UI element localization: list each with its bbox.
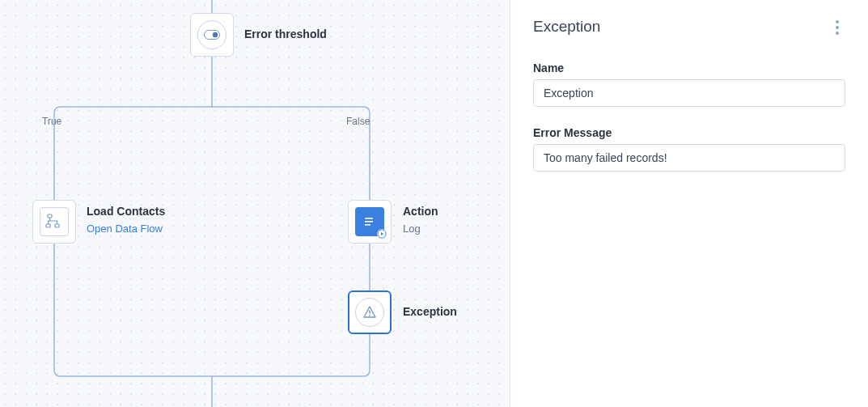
svg-rect-4 — [55, 224, 59, 227]
node-label-action: Action — [403, 205, 438, 218]
svg-rect-6 — [365, 221, 373, 223]
svg-rect-5 — [365, 218, 373, 219]
error-message-field-label: Error Message — [533, 126, 845, 139]
flow-canvas[interactable]: Error threshold True False Load Contacts… — [0, 0, 510, 407]
svg-rect-10 — [369, 315, 370, 316]
svg-rect-9 — [369, 311, 370, 314]
node-label-exception: Exception — [403, 305, 457, 318]
flow-connectors — [0, 0, 510, 407]
toggle-icon — [197, 20, 227, 49]
panel-title: Exception — [533, 18, 845, 36]
name-field-label: Name — [533, 61, 845, 74]
name-field[interactable] — [533, 79, 845, 107]
node-sublabel-action: Log — [403, 223, 421, 235]
more-options-button[interactable] — [829, 18, 845, 37]
error-message-field[interactable] — [533, 144, 845, 172]
svg-rect-7 — [365, 224, 370, 226]
node-label-error-threshold: Error threshold — [244, 28, 327, 40]
warning-icon — [355, 298, 384, 327]
action-icon — [355, 207, 384, 236]
properties-panel: Exception Name Error Message — [510, 0, 868, 407]
branch-label-true: True — [42, 116, 61, 127]
node-error-threshold[interactable] — [190, 13, 234, 57]
node-load-contacts[interactable] — [32, 200, 76, 244]
link-open-data-flow[interactable]: Open Data Flow — [87, 223, 163, 235]
node-exception[interactable] — [348, 290, 392, 334]
node-label-load-contacts: Load Contacts — [87, 205, 165, 218]
node-action[interactable] — [348, 200, 392, 244]
svg-rect-2 — [48, 214, 52, 218]
branch-label-false: False — [346, 116, 370, 127]
svg-point-1 — [213, 32, 218, 37]
svg-rect-3 — [46, 224, 50, 227]
dataflow-icon — [40, 207, 69, 236]
